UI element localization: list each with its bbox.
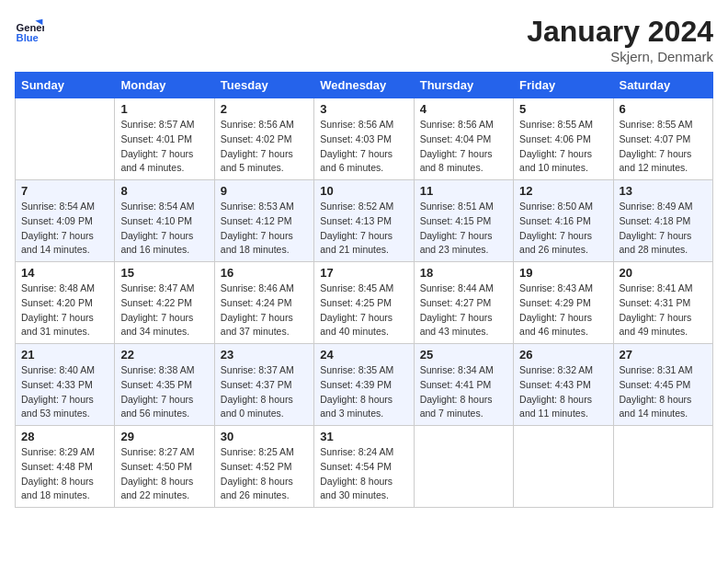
day-number: 28 [21, 430, 108, 443]
daylight-text: Daylight: 7 hours and 10 minutes. [519, 148, 592, 174]
sunset-text: Sunset: 4:13 PM [320, 215, 392, 226]
day-info: Sunrise: 8:31 AMSunset: 4:45 PMDaylight:… [620, 363, 707, 421]
title-block: January 2024 Skjern, Denmark [527, 15, 713, 64]
sunrise-text: Sunrise: 8:25 AM [221, 446, 294, 457]
sunset-text: Sunset: 4:10 PM [120, 215, 192, 226]
calendar-cell: 19Sunrise: 8:43 AMSunset: 4:29 PMDayligh… [514, 262, 613, 344]
sunset-text: Sunset: 4:27 PM [420, 297, 492, 308]
day-number: 2 [221, 102, 308, 116]
daylight-text: Daylight: 7 hours and 28 minutes. [620, 230, 692, 256]
daylight-text: Daylight: 7 hours and 40 minutes. [320, 312, 392, 338]
header-tuesday: Tuesday [214, 73, 313, 98]
sunset-text: Sunset: 4:48 PM [21, 461, 93, 472]
day-number: 11 [420, 184, 507, 198]
month-title: January 2024 [527, 15, 713, 49]
sunset-text: Sunset: 4:03 PM [320, 133, 392, 144]
daylight-text: Daylight: 7 hours and 26 minutes. [519, 230, 592, 256]
sunset-text: Sunset: 4:06 PM [519, 133, 591, 144]
day-number: 26 [519, 348, 607, 362]
day-number: 3 [320, 102, 407, 116]
sunset-text: Sunset: 4:37 PM [221, 379, 292, 390]
sunrise-text: Sunrise: 8:56 AM [420, 119, 494, 130]
day-number: 22 [120, 348, 208, 362]
daylight-text: Daylight: 8 hours and 30 minutes. [320, 476, 392, 501]
day-number: 29 [120, 430, 208, 443]
logo: General Blue General Blue [15, 15, 44, 44]
sunrise-text: Sunrise: 8:45 AM [320, 282, 393, 293]
day-info: Sunrise: 8:50 AMSunset: 4:16 PMDaylight:… [519, 200, 607, 258]
sunrise-text: Sunrise: 8:35 AM [320, 364, 393, 375]
calendar-cell: 25Sunrise: 8:34 AMSunset: 4:41 PMDayligh… [414, 344, 513, 426]
day-info: Sunrise: 8:45 AMSunset: 4:25 PMDaylight:… [320, 282, 407, 339]
sunset-text: Sunset: 4:16 PM [519, 215, 591, 226]
day-info: Sunrise: 8:48 AMSunset: 4:20 PMDaylight:… [21, 282, 108, 339]
daylight-text: Daylight: 7 hours and 43 minutes. [420, 312, 493, 338]
day-info: Sunrise: 8:52 AMSunset: 4:13 PMDaylight:… [320, 200, 407, 258]
sunset-text: Sunset: 4:20 PM [21, 297, 93, 308]
sunset-text: Sunset: 4:31 PM [620, 297, 691, 308]
calendar-cell: 18Sunrise: 8:44 AMSunset: 4:27 PMDayligh… [414, 262, 513, 344]
day-info: Sunrise: 8:55 AMSunset: 4:06 PMDaylight:… [519, 118, 607, 176]
calendar-cell: 22Sunrise: 8:38 AMSunset: 4:35 PMDayligh… [115, 344, 214, 426]
sunrise-text: Sunrise: 8:32 AM [519, 364, 593, 375]
day-info: Sunrise: 8:25 AMSunset: 4:52 PMDaylight:… [221, 445, 308, 503]
sunset-text: Sunset: 4:09 PM [21, 215, 93, 226]
sunset-text: Sunset: 4:15 PM [420, 215, 492, 226]
sunrise-text: Sunrise: 8:54 AM [21, 201, 95, 212]
calendar-cell: 8Sunrise: 8:54 AMSunset: 4:10 PMDaylight… [115, 180, 214, 262]
calendar-cell: 12Sunrise: 8:50 AMSunset: 4:16 PMDayligh… [514, 180, 613, 262]
calendar-cell: 11Sunrise: 8:51 AMSunset: 4:15 PMDayligh… [414, 180, 513, 262]
day-number: 12 [519, 184, 607, 198]
day-info: Sunrise: 8:46 AMSunset: 4:24 PMDaylight:… [221, 282, 308, 339]
daylight-text: Daylight: 7 hours and 21 minutes. [320, 230, 392, 256]
day-number: 23 [221, 348, 308, 362]
sunset-text: Sunset: 4:35 PM [120, 379, 192, 390]
calendar-cell [613, 426, 712, 508]
day-info: Sunrise: 8:29 AMSunset: 4:48 PMDaylight:… [21, 445, 108, 503]
calendar-cell: 21Sunrise: 8:40 AMSunset: 4:33 PMDayligh… [16, 344, 115, 426]
calendar-cell: 3Sunrise: 8:56 AMSunset: 4:03 PMDaylight… [314, 98, 414, 180]
daylight-text: Daylight: 7 hours and 31 minutes. [21, 312, 94, 338]
sunrise-text: Sunrise: 8:24 AM [320, 446, 393, 457]
week-row-4: 21Sunrise: 8:40 AMSunset: 4:33 PMDayligh… [16, 344, 713, 426]
day-number: 14 [21, 266, 108, 280]
daylight-text: Daylight: 7 hours and 6 minutes. [320, 148, 392, 174]
sunrise-text: Sunrise: 8:31 AM [620, 364, 693, 375]
calendar-cell: 26Sunrise: 8:32 AMSunset: 4:43 PMDayligh… [514, 344, 613, 426]
week-row-5: 28Sunrise: 8:29 AMSunset: 4:48 PMDayligh… [16, 426, 713, 508]
day-info: Sunrise: 8:51 AMSunset: 4:15 PMDaylight:… [420, 200, 507, 258]
daylight-text: Daylight: 7 hours and 4 minutes. [120, 148, 193, 174]
day-info: Sunrise: 8:35 AMSunset: 4:39 PMDaylight:… [320, 363, 407, 421]
header-sunday: Sunday [16, 73, 115, 98]
sunrise-text: Sunrise: 8:56 AM [221, 119, 294, 130]
svg-text:Blue: Blue [17, 32, 39, 43]
sunset-text: Sunset: 4:02 PM [221, 133, 292, 144]
header-wednesday: Wednesday [314, 73, 414, 98]
calendar-cell [514, 426, 613, 508]
day-number: 25 [420, 348, 507, 362]
daylight-text: Daylight: 7 hours and 14 minutes. [21, 230, 94, 256]
calendar-cell: 31Sunrise: 8:24 AMSunset: 4:54 PMDayligh… [314, 426, 414, 508]
day-number: 21 [21, 348, 108, 362]
calendar-cell: 27Sunrise: 8:31 AMSunset: 4:45 PMDayligh… [613, 344, 712, 426]
daylight-text: Daylight: 7 hours and 49 minutes. [620, 312, 692, 338]
day-number: 20 [620, 266, 707, 280]
sunset-text: Sunset: 4:54 PM [320, 461, 392, 472]
weekday-header-row: Sunday Monday Tuesday Wednesday Thursday… [16, 73, 713, 98]
week-row-2: 7Sunrise: 8:54 AMSunset: 4:09 PMDaylight… [16, 180, 713, 262]
day-number: 15 [120, 266, 208, 280]
sunrise-text: Sunrise: 8:27 AM [120, 446, 194, 457]
daylight-text: Daylight: 8 hours and 26 minutes. [221, 476, 293, 501]
calendar-cell: 17Sunrise: 8:45 AMSunset: 4:25 PMDayligh… [314, 262, 414, 344]
daylight-text: Daylight: 8 hours and 14 minutes. [620, 394, 692, 419]
daylight-text: Daylight: 8 hours and 22 minutes. [120, 476, 193, 501]
day-info: Sunrise: 8:37 AMSunset: 4:37 PMDaylight:… [221, 363, 308, 421]
day-info: Sunrise: 8:34 AMSunset: 4:41 PMDaylight:… [420, 363, 507, 421]
week-row-1: 1Sunrise: 8:57 AMSunset: 4:01 PMDaylight… [16, 98, 713, 180]
sunset-text: Sunset: 4:43 PM [519, 379, 591, 390]
day-number: 19 [519, 266, 607, 280]
sunset-text: Sunset: 4:33 PM [21, 379, 93, 390]
sunrise-text: Sunrise: 8:34 AM [420, 364, 494, 375]
sunset-text: Sunset: 4:45 PM [620, 379, 691, 390]
day-info: Sunrise: 8:47 AMSunset: 4:22 PMDaylight:… [120, 282, 208, 339]
